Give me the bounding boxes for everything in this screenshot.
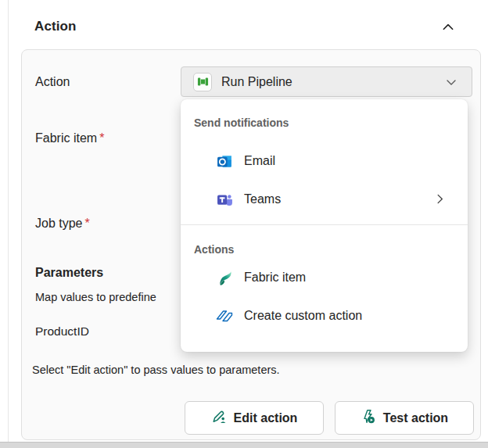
pipeline-icon	[193, 73, 212, 91]
menu-item-email[interactable]: Email	[187, 146, 461, 176]
menu-section-send-notifications: Send notifications	[194, 116, 289, 129]
menu-item-fabric-item[interactable]: Fabric item	[187, 263, 461, 292]
outlook-icon	[216, 152, 233, 170]
parameter-row: ProductID N	[35, 324, 89, 339]
fabric-icon	[216, 269, 233, 286]
action-select-value: Run Pipeline	[221, 75, 292, 89]
chevron-up-icon[interactable]	[441, 20, 455, 34]
edit-action-button[interactable]: Edit action	[185, 401, 324, 435]
action-dropdown-menu: Send notifications Email	[181, 99, 468, 352]
menu-divider	[181, 224, 468, 225]
menu-item-create-custom-action-label: Create custom action	[244, 309, 362, 323]
menu-item-create-custom-action[interactable]: Create custom action	[187, 301, 461, 331]
parameter-name: ProductID	[35, 324, 89, 338]
menu-item-email-label: Email	[244, 154, 275, 168]
edit-person-icon	[211, 409, 227, 428]
flash-play-icon	[361, 409, 376, 428]
test-action-button-label: Test action	[383, 411, 448, 425]
fabric-item-field-label: Fabric item*	[35, 131, 104, 145]
action-select[interactable]: Run Pipeline	[181, 66, 472, 97]
menu-item-teams[interactable]: Teams	[187, 185, 461, 214]
action-section-header: Action	[34, 19, 472, 39]
edit-action-hint: Select "Edit action" to pass values to p…	[32, 364, 280, 376]
teams-icon	[216, 191, 233, 208]
parameters-description: Map values to predefine	[35, 291, 156, 303]
menu-section-actions: Actions	[194, 243, 234, 256]
parameters-title: Parameters	[35, 266, 103, 280]
flow-action-pane: Action Action Run Pipeline Fabric item*	[0, 0, 488, 448]
left-divider	[8, 0, 9, 448]
fabric-item-label-text: Fabric item	[35, 131, 97, 145]
required-asterisk: *	[99, 131, 104, 145]
job-type-label-text: Job type	[35, 217, 82, 230]
horizontal-scrollbar[interactable]	[0, 442, 488, 448]
chevron-down-icon	[445, 76, 458, 88]
action-field-label: Action	[35, 75, 70, 89]
required-asterisk: *	[84, 217, 89, 230]
edit-action-button-label: Edit action	[234, 411, 298, 425]
menu-item-fabric-item-label: Fabric item	[244, 271, 306, 285]
test-action-button[interactable]: Test action	[335, 401, 474, 435]
section-title: Action	[34, 19, 76, 34]
custom-action-icon	[216, 307, 233, 324]
chevron-right-icon	[434, 193, 446, 205]
menu-item-teams-label: Teams	[244, 192, 281, 206]
job-type-field-label: Job type*	[35, 217, 90, 231]
